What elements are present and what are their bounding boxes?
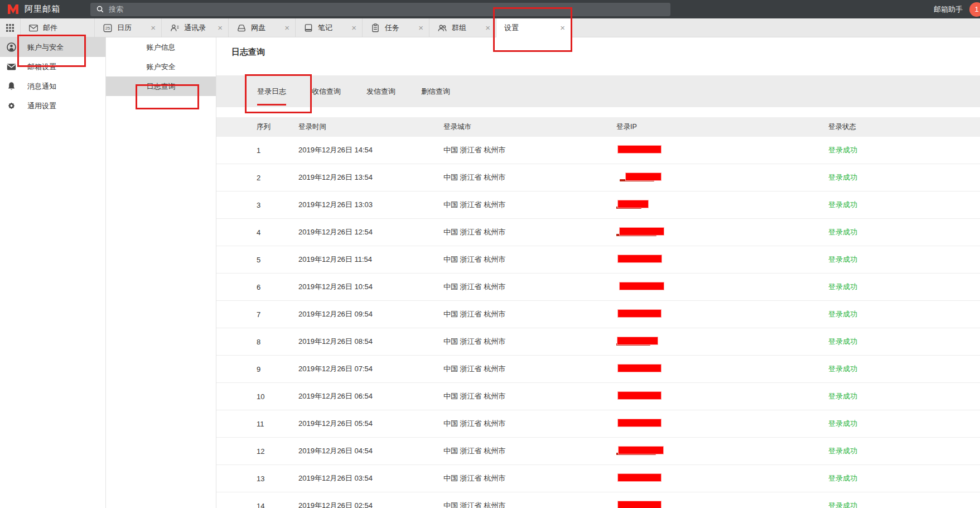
cell-login-status: 登录成功	[828, 227, 980, 237]
tab-label: 群组	[452, 23, 466, 33]
cell-login-status: 登录成功	[828, 145, 980, 155]
ip-redaction-block	[617, 419, 662, 427]
table-row: 12019年12月26日 14:54中国 浙江省 杭州市登录成功	[216, 137, 980, 164]
cell-login-city: 中国 浙江省 杭州市	[443, 309, 616, 319]
tab-label: 邮件	[43, 23, 57, 33]
tab-login-log[interactable]: 登录日志	[244, 75, 299, 107]
cell-login-time: 2019年12月26日 11:54	[298, 255, 443, 265]
tab-label: 通讯录	[184, 23, 206, 33]
sidebar-item-notifications[interactable]: 消息通知	[0, 76, 105, 96]
tab-label: 网盘	[251, 23, 265, 33]
ip-redaction-block	[617, 473, 662, 482]
ip-redaction	[616, 172, 828, 183]
app-launcher-button[interactable]	[0, 18, 20, 37]
close-icon[interactable]: ×	[418, 23, 423, 32]
cell-login-city: 中国 浙江省 杭州市	[443, 473, 616, 483]
table-row: 62019年12月26日 10:54中国 浙江省 杭州市登录成功	[216, 274, 980, 301]
ip-redaction	[616, 255, 828, 265]
search-box[interactable]	[90, 3, 670, 16]
tab-settings[interactable]: 设置×	[496, 18, 571, 37]
sidebar-item-label: 邮箱设置	[27, 62, 56, 72]
search-input[interactable]	[109, 5, 665, 13]
tab-receive-query[interactable]: 收信查询	[299, 75, 354, 107]
close-icon[interactable]: ×	[351, 23, 356, 32]
cell-login-time: 2019年12月26日 08:54	[298, 337, 443, 347]
cell-login-status: 登录成功	[828, 364, 980, 374]
ip-redaction-block	[618, 446, 664, 454]
page-title: 日志查询	[231, 46, 980, 57]
ip-redaction	[616, 200, 828, 210]
tasks-icon	[370, 23, 380, 33]
tab-netdisk[interactable]: 网盘×	[229, 18, 296, 37]
tab-calendar[interactable]: 25日历×	[95, 18, 162, 37]
cell-login-city: 中国 浙江省 杭州市	[443, 227, 616, 237]
cell-login-status: 登录成功	[828, 337, 980, 347]
column-header: 登录时间	[298, 122, 443, 132]
tab-delete-query[interactable]: 删信查询	[408, 75, 463, 107]
general-settings-icon	[6, 100, 17, 111]
cell-login-ip	[616, 227, 828, 237]
table-row: 82019年12月26日 08:54中国 浙江省 杭州市登录成功	[216, 328, 980, 356]
tab-tasks[interactable]: 任务×	[363, 18, 429, 37]
cell-login-city: 中国 浙江省 杭州市	[443, 364, 616, 374]
tab-send-query[interactable]: 发信查询	[354, 75, 408, 107]
cell-seq: 12	[216, 447, 298, 456]
close-icon[interactable]: ×	[284, 23, 289, 32]
table-row: 32019年12月26日 13:03中国 浙江省 杭州市登录成功	[216, 191, 980, 219]
ip-redaction-block	[617, 200, 649, 208]
sidebar-item-label: 通用设置	[27, 101, 56, 111]
cell-login-ip	[616, 145, 828, 155]
cell-login-city: 中国 浙江省 杭州市	[443, 337, 616, 347]
sidebar-item-account-security[interactable]: 账户与安全	[0, 37, 105, 57]
close-icon[interactable]: ×	[560, 23, 565, 32]
cell-login-status: 登录成功	[828, 255, 980, 265]
grid-icon	[6, 23, 15, 32]
table-header-row: 序列登录时间登录城市登录IP登录状态	[216, 117, 980, 137]
ip-redaction	[616, 446, 828, 456]
table-row: 72019年12月26日 09:54中国 浙江省 杭州市登录成功	[216, 301, 980, 328]
cell-seq: 3	[216, 201, 298, 209]
cell-seq: 2	[216, 174, 298, 182]
cell-seq: 7	[216, 310, 298, 319]
subsidebar-item-account-safety[interactable]: 账户安全	[106, 57, 216, 76]
tab-label: 笔记	[318, 23, 332, 33]
table-row: 22019年12月26日 13:54中国 浙江省 杭州市登录成功	[216, 164, 980, 191]
subsidebar-item-log-query[interactable]: 日志查询	[106, 76, 216, 96]
cell-login-time: 2019年12月26日 06:54	[298, 391, 443, 401]
column-header: 登录IP	[616, 122, 828, 132]
close-icon[interactable]: ×	[151, 23, 156, 32]
cell-seq: 5	[216, 256, 298, 264]
cell-login-city: 中国 浙江省 杭州市	[443, 282, 616, 292]
cell-login-ip	[616, 282, 828, 292]
cell-login-time: 2019年12月26日 13:54	[298, 172, 443, 183]
sidebar-item-mail-settings[interactable]: 邮箱设置	[0, 57, 105, 76]
cell-login-status: 登录成功	[828, 309, 980, 319]
brand: 阿里邮箱	[0, 4, 90, 15]
table-row: 132019年12月26日 03:54中国 浙江省 杭州市登录成功	[216, 465, 980, 492]
cell-login-status: 登录成功	[828, 200, 980, 210]
mail-assistant-button[interactable]: 邮箱助手	[934, 4, 963, 15]
cell-login-ip	[616, 337, 828, 347]
tab-mail[interactable]: 邮件	[20, 18, 95, 37]
column-header: 序列	[216, 122, 298, 132]
cell-login-time: 2019年12月26日 05:54	[298, 419, 443, 429]
cell-seq: 11	[216, 420, 298, 428]
ip-redaction	[616, 391, 828, 401]
tab-groups[interactable]: 群组×	[429, 18, 496, 37]
close-icon[interactable]: ×	[485, 23, 490, 32]
cell-login-status: 登录成功	[828, 446, 980, 456]
tab-notes[interactable]: 笔记×	[296, 18, 363, 37]
tab-contacts[interactable]: 通讯录×	[162, 18, 229, 37]
sidebar-item-general-settings[interactable]: 通用设置	[0, 96, 105, 116]
tab-label: 任务	[385, 23, 399, 33]
settings-sidebar: 账户与安全邮箱设置消息通知通用设置	[0, 37, 106, 508]
ip-redaction-block	[617, 337, 658, 345]
mail-settings-icon	[6, 61, 17, 72]
svg-text:25: 25	[105, 26, 110, 31]
avatar[interactable]: 1	[969, 2, 980, 17]
ip-redaction	[616, 419, 828, 429]
ip-redaction-block	[619, 282, 664, 290]
subsidebar-item-account-info[interactable]: 账户信息	[106, 37, 216, 57]
close-icon[interactable]: ×	[218, 23, 223, 32]
cell-login-city: 中国 浙江省 杭州市	[443, 172, 616, 183]
